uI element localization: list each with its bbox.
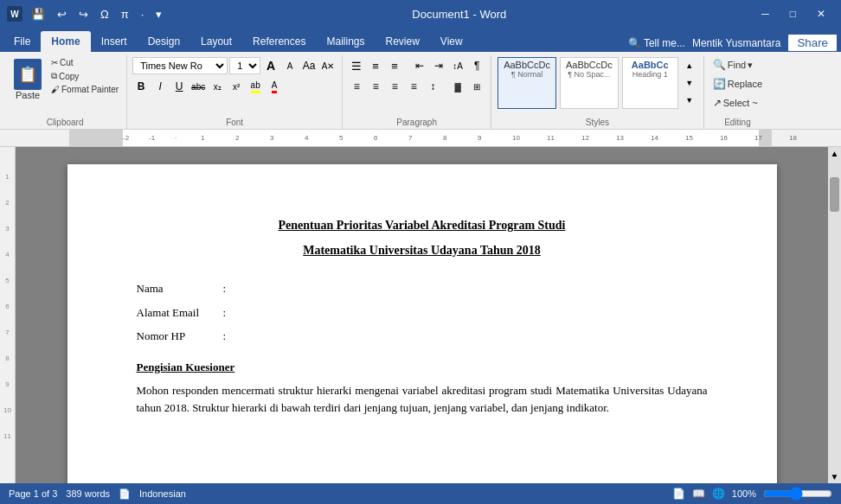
paragraph-label: Paragraph [396,118,437,129]
superscript-button[interactable]: x² [228,78,245,95]
app-icon: W [7,6,22,22]
bullets-button[interactable]: ☰ [348,57,365,74]
strikethrough-button[interactable]: abc [189,78,207,95]
share-button[interactable]: Share [787,34,838,52]
word-count: 389 words [66,488,110,499]
tab-insert[interactable]: Insert [91,31,138,52]
select-button[interactable]: ↗ Select ~ [709,95,761,111]
highlight-button[interactable]: ab [247,78,264,95]
section-heading: Pengisian Kuesioner [137,359,708,376]
clipboard-label: Clipboard [47,118,84,129]
qat-redo[interactable]: ↪ [75,6,92,22]
borders-button[interactable]: ⊞ [468,78,485,95]
proofing-icon[interactable]: 📄 [119,488,131,500]
font-row-2: B I U abc x₂ x² ab A [132,78,283,95]
subscript-button[interactable]: x₂ [209,78,226,95]
field-email-colon: : [223,304,241,322]
paragraph-group: ☰ ≡ ≡ ⇤ ⇥ ↕A ¶ ≡ ≡ ≡ ≡ ↕ ▓ ⊞ Paragraph [343,55,491,129]
document-scroll[interactable]: Penentuan Prioritas Variabel Akreditasi … [16,147,828,483]
tab-view[interactable]: View [430,31,473,52]
language[interactable]: Indonesian [139,488,186,499]
qat-more[interactable]: ▾ [152,6,165,22]
font-content: Times New Ro 12 A A Aa A✕ B I U abc x₂ x… [132,55,337,118]
styles-scroll-up[interactable]: ▲ [681,57,698,74]
shading-button[interactable]: ▓ [449,78,466,95]
qat-save[interactable]: 💾 [28,6,48,22]
qat-pi[interactable]: π [118,6,132,22]
zoom-slider[interactable] [763,487,832,501]
document-page[interactable]: Penentuan Prioritas Variabel Akreditasi … [67,164,777,483]
show-hide-button[interactable]: ¶ [468,57,485,74]
qat-undo[interactable]: ↩ [54,6,70,22]
styles-more[interactable]: ▼ [681,92,698,109]
find-button[interactable]: 🔍 Find ▾ [709,57,756,73]
font-case-button[interactable]: Aa [300,57,318,74]
format-painter-button[interactable]: 🖌 Format Painter [48,84,121,95]
maximize-button[interactable]: □ [781,4,805,23]
align-right-button[interactable]: ≡ [386,78,403,95]
page-info: Page 1 of 3 [9,488,57,499]
status-left: Page 1 of 3 389 words 📄 Indonesian [9,488,186,500]
qat-omega[interactable]: Ω [97,6,112,22]
view-print-button[interactable]: 📄 [672,488,685,500]
view-web-button[interactable]: 🌐 [712,488,725,500]
clipboard-group: 📋 Paste ✂ Cut ⧉ Copy 🖌 Format Painter Cl… [3,55,127,129]
font-name-select[interactable]: Times New Ro [132,57,228,74]
document-body: Mohon responden mencermati struktur hier… [137,382,708,416]
clear-format-button[interactable]: A✕ [319,57,337,74]
sort-button[interactable]: ↕A [449,57,466,74]
multilevel-button[interactable]: ≡ [386,57,403,74]
tab-references[interactable]: References [242,31,316,52]
style-heading1[interactable]: AaBbCc Heading 1 [622,57,678,109]
align-left-button[interactable]: ≡ [348,78,365,95]
qat-dot[interactable]: · [138,6,148,22]
field-email: Alamat Email : [137,304,708,322]
para-row-1: ☰ ≡ ≡ ⇤ ⇥ ↕A ¶ [348,57,485,74]
scrollbar-thumb[interactable] [830,177,839,212]
tab-home[interactable]: Home [41,31,90,52]
tab-file[interactable]: File [3,31,41,52]
replace-button[interactable]: 🔄 Replace [709,76,766,92]
styles-list: AaBbCcDc ¶ Normal AaBbCcDc ¶ No Spac... … [497,57,698,109]
tab-mailings[interactable]: Mailings [316,31,375,52]
close-button[interactable]: ✕ [808,4,834,23]
vertical-scrollbar[interactable]: ▲ ▼ [828,147,841,483]
style-no-spacing[interactable]: AaBbCcDc ¶ No Spac... [560,57,619,109]
styles-scroll-down[interactable]: ▼ [681,74,698,92]
bold-button[interactable]: B [132,78,150,95]
tab-design[interactable]: Design [138,31,190,52]
font-color-button[interactable]: A [266,78,283,95]
cut-button[interactable]: ✂ Cut [48,57,121,68]
font-shrink-button[interactable]: A [281,57,299,74]
style-normal[interactable]: AaBbCcDc ¶ Normal [498,57,556,109]
font-grow-button[interactable]: A [262,57,279,74]
italic-button[interactable]: I [151,78,169,95]
tab-layout[interactable]: Layout [190,31,242,52]
ruler-area: -2 -1 · 1 2 3 4 5 6 7 8 9 10 11 12 13 14… [123,130,759,146]
clipboard-extras: ✂ Cut ⧉ Copy 🖌 Format Painter [48,57,121,95]
user-name: Mentik Yusmantara [692,37,781,49]
styles-group: AaBbCcDc ¶ Normal AaBbCcDc ¶ No Spac... … [491,55,704,129]
numbering-button[interactable]: ≡ [367,57,384,74]
minimize-button[interactable]: ─ [753,4,778,23]
window-title: Document1 - Word [165,8,753,21]
font-size-select[interactable]: 12 [229,57,260,74]
document-title-line1: Penentuan Prioritas Variabel Akreditasi … [137,216,708,234]
line-spacing-button[interactable]: ↕ [424,78,441,95]
styles-content: AaBbCcDc ¶ Normal AaBbCcDc ¶ No Spac... … [497,55,698,118]
tab-review[interactable]: Review [375,31,429,52]
underline-button[interactable]: U [170,78,188,95]
increase-indent-button[interactable]: ⇥ [430,57,447,74]
styles-items-row: AaBbCcDc ¶ Normal AaBbCcDc ¶ No Spac... … [497,57,698,109]
paste-button[interactable]: 📋 Paste [9,57,47,102]
copy-button[interactable]: ⧉ Copy [48,70,121,82]
scroll-up-arrow[interactable]: ▲ [829,147,841,160]
tell-me[interactable]: 🔍 Tell me... [628,37,685,49]
decrease-indent-button[interactable]: ⇤ [411,57,428,74]
scroll-down-arrow[interactable]: ▼ [829,470,841,483]
align-center-button[interactable]: ≡ [367,78,384,95]
paragraph-content: ☰ ≡ ≡ ⇤ ⇥ ↕A ¶ ≡ ≡ ≡ ≡ ↕ ▓ ⊞ [348,55,485,118]
justify-button[interactable]: ≡ [405,78,422,95]
window-controls: ─ □ ✕ [753,4,834,23]
view-read-button[interactable]: 📖 [692,488,705,500]
